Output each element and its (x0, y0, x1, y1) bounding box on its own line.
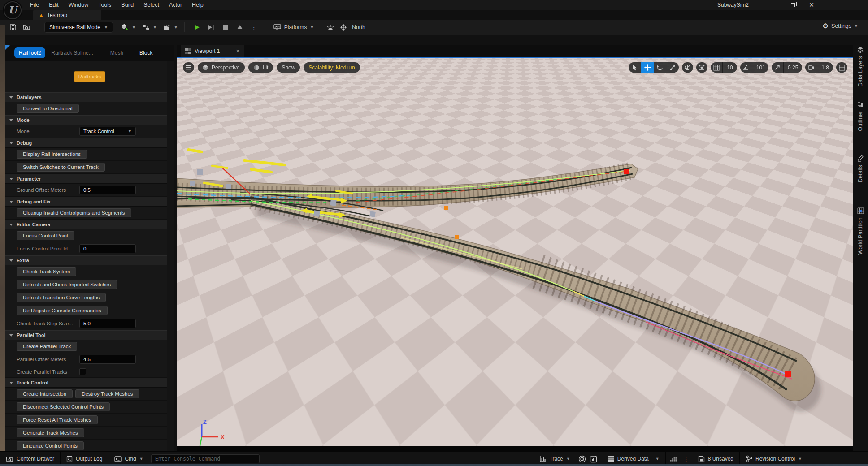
chevron-down-icon[interactable]: ▼ (174, 25, 178, 30)
show-menu-button[interactable]: Show (277, 62, 300, 73)
select-tool-button[interactable] (629, 62, 641, 73)
switch-switches-button[interactable]: Switch Switches to Current Track (17, 163, 105, 172)
surface-snapping-button[interactable] (696, 62, 707, 73)
chevron-down-icon[interactable]: ▼ (153, 25, 157, 30)
scalability-warning-button[interactable]: Scalability: Medium (304, 62, 360, 73)
restore-button[interactable] (786, 0, 799, 10)
refresh-transition-curves-button[interactable]: Refresh Transition Curve Lengths (17, 293, 106, 302)
sun-icon[interactable] (326, 24, 335, 30)
close-icon[interactable]: ✕ (236, 48, 240, 54)
rotate-tool-button[interactable] (654, 62, 666, 73)
check-track-step-size-input[interactable] (79, 319, 136, 328)
tab-railtrack-spline[interactable]: Railtrack Spline... (45, 50, 99, 56)
reregister-commandos-button[interactable]: Re Register Console Commandos (17, 306, 108, 315)
focus-control-point-id-input[interactable] (79, 244, 136, 253)
play-options-button[interactable]: ⋮ (247, 22, 261, 33)
menu-file[interactable]: File (25, 1, 44, 9)
collapse-arrow-icon (9, 224, 13, 226)
chevron-down-icon[interactable]: ▼ (132, 25, 136, 30)
track-endpoint-marker[interactable] (624, 169, 629, 174)
lit-mode-selector[interactable]: Lit (248, 62, 273, 73)
check-track-system-button[interactable]: Check Track System (17, 267, 76, 276)
frame-skip-button[interactable] (204, 22, 218, 33)
tab-mesh[interactable]: Mesh (104, 50, 129, 56)
switch-marker-orange[interactable] (444, 206, 448, 210)
generate-track-meshes-button[interactable]: Generate Track Meshes (17, 428, 84, 437)
section-debug-and-fix[interactable]: Debug and Fix (5, 197, 174, 207)
scale-tool-button[interactable] (666, 62, 679, 73)
blueprints-button[interactable] (139, 22, 153, 33)
stop-button[interactable] (219, 22, 232, 33)
ground-offset-input[interactable] (79, 186, 136, 194)
quad-view-button[interactable] (836, 62, 847, 73)
menu-help[interactable]: Help (187, 1, 208, 9)
rotation-snap-control[interactable]: 10° (740, 62, 768, 73)
menu-actor[interactable]: Actor (164, 1, 187, 9)
disconnect-control-points-button[interactable]: Disconnect Selected Control Points (17, 402, 110, 411)
switch-marker-orange[interactable] (455, 235, 459, 239)
minimize-button[interactable] (768, 0, 780, 10)
viewport-3d-view[interactable]: Z X Y Perspective Lit Show Scalability: (177, 57, 853, 446)
section-mode[interactable]: Mode (5, 115, 174, 125)
tab-block[interactable]: Block (134, 50, 158, 56)
console-command-input[interactable] (151, 454, 260, 463)
world-local-gizmo-button[interactable] (682, 62, 693, 73)
section-datalayers[interactable]: Datalayers (5, 92, 174, 102)
cinematics-button[interactable] (161, 22, 174, 33)
track-endpoint-marker[interactable] (785, 371, 791, 377)
tab-data-layers[interactable]: Data Layers (853, 47, 868, 86)
section-extra[interactable]: Extra (5, 255, 174, 265)
mode-dropdown[interactable]: Track Control▼ (79, 127, 136, 136)
display-rail-intersections-button[interactable]: Display Rail Intersections (17, 150, 87, 159)
platforms-button[interactable]: Platforms ▼ (268, 22, 320, 33)
section-parallel-tool[interactable]: Parallel Tool (5, 330, 174, 340)
viewport-options-button[interactable] (183, 62, 194, 73)
section-track-control[interactable]: Track Control (5, 378, 174, 388)
save-button[interactable] (6, 22, 20, 33)
collapse-arrow-icon (9, 334, 13, 337)
compass-icon[interactable] (339, 23, 347, 31)
perspective-selector[interactable]: Perspective (198, 62, 245, 73)
unreal-logo[interactable]: U (4, 1, 22, 19)
railtracks-button[interactable]: Railtracks (74, 71, 105, 82)
destroy-track-meshes-button[interactable]: Destroy Track Meshes (75, 389, 139, 398)
linearize-control-points-button[interactable]: Linearize Control Points (17, 441, 84, 450)
cmd-label: Cmd (125, 456, 136, 462)
cleanup-invalid-button[interactable]: Cleanup Invalid Controlpoints and Segmen… (17, 208, 131, 217)
browse-content-button[interactable] (20, 22, 33, 33)
tab-outliner[interactable]: Outliner (853, 101, 868, 131)
refresh-check-switches-button[interactable]: Refresh and Check Imported Switches (17, 280, 117, 289)
camera-speed-control[interactable]: 1.8 (805, 62, 833, 73)
create-parallel-tracks-checkbox[interactable] (79, 368, 86, 375)
tab-railtool2[interactable]: RailTool2 (14, 47, 45, 58)
section-debug[interactable]: Debug (5, 138, 174, 148)
settings-button[interactable]: ⚙ Settings ▼ (822, 22, 858, 30)
scale-snap-control[interactable]: 0.25 (772, 62, 802, 73)
menu-window[interactable]: Window (64, 1, 93, 9)
focus-control-point-button[interactable]: Focus Control Point (17, 231, 74, 240)
menu-edit[interactable]: Edit (44, 1, 64, 9)
move-tool-button[interactable] (641, 62, 654, 73)
play-button[interactable] (190, 22, 204, 33)
eject-button[interactable] (233, 22, 247, 33)
create-parallel-track-button[interactable]: Create Parallel Track (17, 342, 77, 351)
parallel-offset-input[interactable] (79, 355, 136, 364)
grid-snap-control[interactable]: 10 (711, 62, 737, 73)
section-parameter[interactable]: Parameter (5, 174, 174, 184)
tab-details[interactable]: Details (853, 155, 868, 182)
menu-select[interactable]: Select (139, 1, 164, 9)
level-tab[interactable]: ▲ Testmap (33, 10, 101, 20)
section-editor-camera[interactable]: Editor Camera (5, 220, 174, 229)
close-button[interactable]: ✕ (805, 0, 818, 10)
editor-mode-selector[interactable]: Simuverse Rail Mode ▼ (44, 22, 113, 33)
convert-to-directional-button[interactable]: Convert to Directional (17, 104, 79, 113)
tab-world-partition[interactable]: World Partition (853, 207, 868, 255)
add-actor-button[interactable] (118, 22, 132, 33)
create-intersection-button[interactable]: Create Intersection (17, 389, 73, 398)
collapse-arrow-icon (9, 382, 13, 384)
menu-tools[interactable]: Tools (93, 1, 116, 9)
force-reset-track-meshes-button[interactable]: Force Reset All Track Meshes (17, 415, 98, 424)
perspective-label: Perspective (212, 65, 240, 71)
viewport-tab[interactable]: Viewport 1 ✕ (181, 45, 244, 57)
menu-build[interactable]: Build (116, 1, 139, 9)
